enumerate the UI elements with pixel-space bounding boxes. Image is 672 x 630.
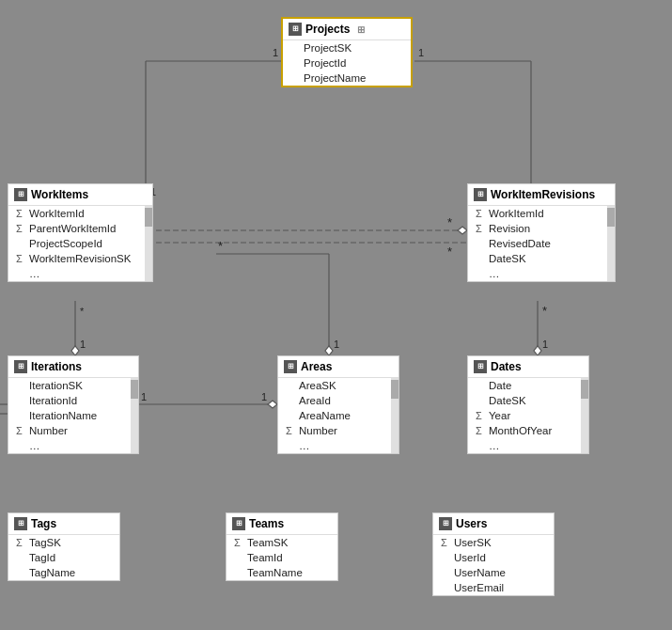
svg-text:1: 1	[273, 47, 278, 58]
diagram-container: 1 1 1 1 * * * * * 1 * 1	[0, 0, 672, 630]
svg-marker-25	[325, 346, 333, 355]
scrollbar[interactable]	[131, 378, 138, 453]
table-iterations-title: Iterations	[31, 360, 82, 373]
table-projects-title: Projects	[305, 23, 350, 36]
table-row: …	[468, 438, 581, 453]
table-row: DateSK	[468, 251, 607, 266]
svg-text:1: 1	[542, 339, 548, 350]
table-row: ΣTagSK	[8, 535, 119, 550]
table-dates[interactable]: ⊞ Dates Date DateSK ΣYear ΣMonthOfYear …	[467, 355, 589, 454]
table-projects[interactable]: ⊞ Projects ⊞ ProjectSK ProjectId Project…	[281, 17, 413, 87]
scrollbar[interactable]	[145, 206, 152, 281]
table-teams-header: ⊞ Teams	[227, 513, 337, 535]
table-areas-body: AreaSK AreaId AreaName ΣNumber …	[278, 378, 399, 453]
table-teams-body: ΣTeamSK TeamId TeamName	[227, 535, 337, 580]
table-row: IterationName	[8, 408, 131, 423]
table-row: ProjectSK	[283, 40, 411, 55]
table-teams-icon: ⊞	[232, 517, 245, 530]
table-iterations[interactable]: ⊞ Iterations IterationSK IterationId Ite…	[8, 355, 139, 454]
table-workitemrevisions-icon: ⊞	[474, 188, 487, 201]
svg-text:1: 1	[418, 47, 424, 58]
table-row: ΣUserSK	[433, 535, 554, 550]
svg-text:1: 1	[261, 391, 267, 402]
table-users[interactable]: ⊞ Users ΣUserSK UserId UserName UserEmai…	[432, 512, 555, 596]
table-row: ΣNumber	[278, 423, 391, 438]
table-tags[interactable]: ⊞ Tags ΣTagSK TagId TagName	[8, 512, 120, 581]
table-row: ΣWorkItemId	[468, 206, 607, 221]
table-row: ProjectName	[283, 71, 411, 86]
table-projects-icon: ⊞	[289, 23, 302, 36]
table-row: ΣYear	[468, 408, 581, 423]
table-row: TeamId	[227, 550, 337, 565]
table-row: …	[8, 266, 145, 281]
table-row: ProjectId	[283, 55, 411, 71]
table-row: AreaId	[278, 393, 391, 408]
table-row: ΣNumber	[8, 423, 131, 438]
svg-marker-36	[268, 401, 277, 408]
scrollbar[interactable]	[581, 378, 588, 453]
svg-text:1: 1	[141, 391, 147, 402]
table-row: UserId	[433, 550, 554, 565]
table-areas[interactable]: ⊞ Areas AreaSK AreaId AreaName ΣNumber …	[277, 355, 399, 454]
table-users-header: ⊞ Users	[433, 513, 554, 535]
table-tags-header: ⊞ Tags	[8, 513, 119, 535]
svg-marker-20	[71, 346, 79, 355]
table-dates-icon: ⊞	[474, 360, 487, 373]
svg-text:*: *	[80, 306, 85, 317]
table-tags-icon: ⊞	[14, 517, 27, 530]
table-workitems[interactable]: ⊞ WorkItems ΣWorkItemId ΣParentWorkItemI…	[8, 183, 153, 282]
table-teams-title: Teams	[249, 517, 284, 530]
svg-marker-32	[534, 346, 541, 355]
table-users-body: ΣUserSK UserId UserName UserEmail	[433, 535, 554, 595]
table-row: …	[278, 438, 391, 453]
svg-text:*: *	[218, 239, 223, 253]
table-iterations-body: IterationSK IterationId IterationName ΣN…	[8, 378, 138, 453]
table-iterations-header: ⊞ Iterations	[8, 356, 138, 378]
table-areas-icon: ⊞	[284, 360, 297, 373]
table-areas-header: ⊞ Areas	[278, 356, 399, 378]
table-workitemrevisions-header: ⊞ WorkItemRevisions	[468, 184, 615, 206]
scrollbar[interactable]	[391, 378, 399, 453]
svg-text:1: 1	[334, 339, 339, 350]
svg-text:*: *	[542, 304, 547, 318]
table-projects-body: ProjectSK ProjectId ProjectName	[283, 40, 411, 86]
table-workitemrevisions[interactable]: ⊞ WorkItemRevisions ΣWorkItemId ΣRevisio…	[467, 183, 616, 282]
table-row: ΣParentWorkItemId	[8, 221, 145, 236]
table-tags-body: ΣTagSK TagId TagName	[8, 535, 119, 580]
table-row: ΣWorkItemRevisionSK	[8, 251, 145, 266]
table-row: ProjectScopeId	[8, 236, 145, 251]
table-row: TeamName	[227, 565, 337, 580]
table-row: DateSK	[468, 393, 581, 408]
svg-text:1: 1	[80, 339, 86, 350]
table-row: ΣWorkItemId	[8, 206, 145, 221]
svg-marker-14	[458, 227, 467, 234]
table-workitemrevisions-title: WorkItemRevisions	[491, 188, 595, 201]
table-iterations-icon: ⊞	[14, 360, 27, 373]
svg-text:*: *	[447, 244, 452, 259]
scrollbar[interactable]	[607, 206, 615, 281]
table-row: …	[8, 438, 131, 453]
table-workitems-title: WorkItems	[31, 188, 88, 201]
table-tags-title: Tags	[31, 517, 56, 530]
table-teams[interactable]: ⊞ Teams ΣTeamSK TeamId TeamName	[226, 512, 338, 581]
table-row: IterationSK	[8, 378, 131, 393]
table-workitems-body: ΣWorkItemId ΣParentWorkItemId ProjectSco…	[8, 206, 152, 281]
table-row: AreaSK	[278, 378, 391, 393]
table-projects-expand-icon[interactable]: ⊞	[357, 24, 365, 35]
table-row: ΣTeamSK	[227, 535, 337, 550]
table-dates-body: Date DateSK ΣYear ΣMonthOfYear …	[468, 378, 588, 453]
table-row: RevisedDate	[468, 236, 607, 251]
table-users-icon: ⊞	[439, 517, 452, 530]
table-workitemrevisions-body: ΣWorkItemId ΣRevision RevisedDate DateSK…	[468, 206, 615, 281]
table-areas-title: Areas	[301, 360, 332, 373]
table-users-title: Users	[456, 517, 487, 530]
table-row: UserEmail	[433, 580, 554, 595]
table-row: UserName	[433, 565, 554, 580]
table-row: IterationId	[8, 393, 131, 408]
table-dates-title: Dates	[491, 360, 522, 373]
table-row: Date	[468, 378, 581, 393]
table-dates-header: ⊞ Dates	[468, 356, 588, 378]
table-row: …	[468, 266, 607, 281]
svg-text:*: *	[447, 215, 452, 229]
table-row: ΣMonthOfYear	[468, 423, 581, 438]
